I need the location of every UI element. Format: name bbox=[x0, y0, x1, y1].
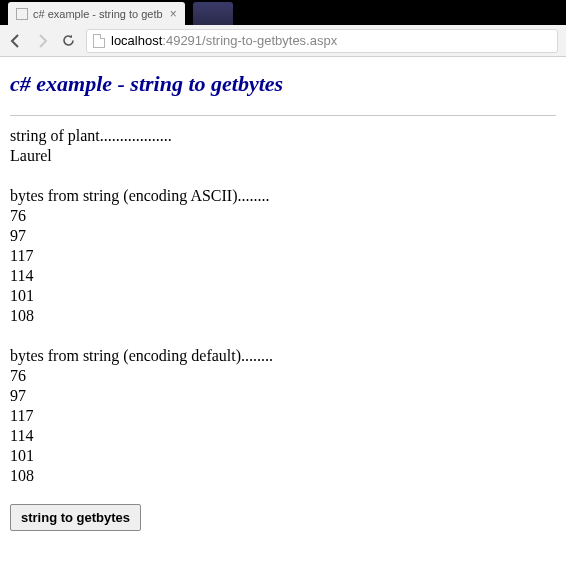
ascii-byte: 101 bbox=[10, 286, 556, 306]
divider bbox=[10, 115, 556, 116]
ascii-byte: 117 bbox=[10, 246, 556, 266]
url-path: /string-to-getbytes.aspx bbox=[202, 33, 337, 48]
ascii-byte: 108 bbox=[10, 306, 556, 326]
back-icon[interactable] bbox=[8, 33, 24, 49]
default-byte: 117 bbox=[10, 406, 556, 426]
ascii-byte: 76 bbox=[10, 206, 556, 226]
default-byte: 76 bbox=[10, 366, 556, 386]
address-bar[interactable]: localhost:49291/string-to-getbytes.aspx bbox=[86, 29, 558, 53]
default-byte: 97 bbox=[10, 386, 556, 406]
url-text: localhost:49291/string-to-getbytes.aspx bbox=[111, 33, 337, 48]
default-label: bytes from string (encoding default)....… bbox=[10, 346, 556, 366]
ascii-label: bytes from string (encoding ASCII)......… bbox=[10, 186, 556, 206]
default-byte: 108 bbox=[10, 466, 556, 486]
page-title: c# example - string to getbytes bbox=[10, 71, 556, 97]
output-block: string of plant.................. Laurel… bbox=[10, 126, 556, 486]
document-icon bbox=[16, 8, 28, 20]
convert-button[interactable]: string to getbytes bbox=[10, 504, 141, 531]
page-icon bbox=[93, 34, 105, 48]
default-byte: 114 bbox=[10, 426, 556, 446]
page-content: c# example - string to getbytes string o… bbox=[0, 57, 566, 545]
browser-toolbar: localhost:49291/string-to-getbytes.aspx bbox=[0, 25, 566, 57]
browser-tab-strip: c# example - string to getb × bbox=[0, 0, 566, 25]
ascii-byte: 114 bbox=[10, 266, 556, 286]
url-host: localhost bbox=[111, 33, 162, 48]
string-value: Laurel bbox=[10, 146, 556, 166]
forward-icon[interactable] bbox=[34, 33, 50, 49]
default-byte: 101 bbox=[10, 446, 556, 466]
reload-icon[interactable] bbox=[60, 33, 76, 49]
close-icon[interactable]: × bbox=[170, 7, 177, 21]
string-label: string of plant.................. bbox=[10, 126, 556, 146]
tab-title: c# example - string to getb bbox=[33, 8, 163, 20]
url-port: :49291 bbox=[162, 33, 202, 48]
new-tab-area[interactable] bbox=[193, 2, 233, 25]
active-tab[interactable]: c# example - string to getb × bbox=[8, 2, 185, 25]
ascii-byte: 97 bbox=[10, 226, 556, 246]
